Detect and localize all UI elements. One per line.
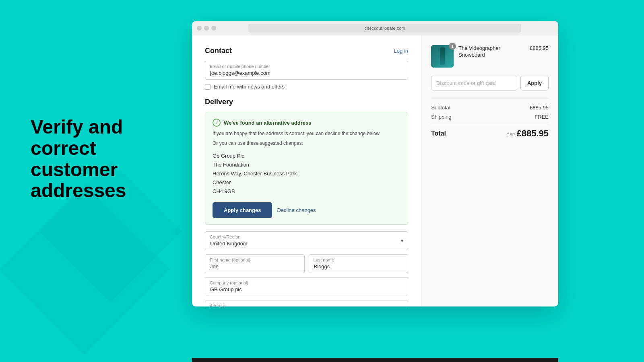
email-input-group: Email or mobile phone number — [205, 61, 408, 80]
last-name-label: Last name — [314, 257, 334, 262]
apply-changes-button[interactable]: Apply changes — [213, 202, 272, 218]
suggestion-header: ✓ We've found an alternative address — [213, 119, 400, 127]
discount-input[interactable] — [431, 76, 517, 90]
country-select-group: Country/Region United Kingdom ▾ — [205, 231, 408, 250]
company-label: Company (optional) — [210, 280, 248, 285]
dot-red — [197, 26, 202, 31]
suggestion-title: We've found an alternative address — [224, 120, 311, 126]
suggestion-buttons: Apply changes Decline changes — [213, 202, 400, 218]
address-field[interactable] — [205, 300, 408, 306]
browser-window: checkout.loqate.com Contact Log in Email… — [192, 21, 558, 306]
shipping-row: Shipping FREE — [431, 114, 549, 120]
address-search-button[interactable] — [398, 306, 404, 306]
shipping-label: Shipping — [431, 114, 452, 120]
decline-changes-button[interactable]: Decline changes — [277, 207, 316, 213]
url-text: checkout.loqate.com — [365, 26, 405, 31]
grand-total-amount: £885.95 — [516, 128, 549, 139]
address-line-2: The Foundation — [213, 160, 400, 169]
contact-title: Contact — [205, 47, 232, 55]
address-suggestion-box: ✓ We've found an alternative address If … — [205, 112, 408, 225]
email-label: Email or mobile phone number — [210, 64, 270, 69]
login-link[interactable]: Log in — [394, 48, 408, 54]
hero-title: Verify and correct customer addresses — [31, 117, 184, 202]
delivery-title: Delivery — [205, 98, 408, 106]
bottom-bar — [192, 358, 558, 362]
discount-row: Apply — [431, 76, 549, 90]
last-name-group: Last name — [309, 254, 409, 273]
address-line-5: CH4 9GB — [213, 187, 400, 196]
address-line-1: Gb Group Plc — [213, 152, 400, 160]
first-name-label: First name (optional) — [210, 257, 250, 262]
first-name-group: First name (optional) — [205, 254, 305, 273]
order-panel: 1 The Videographer Snowboard £885.95 App… — [421, 35, 558, 306]
url-bar: checkout.loqate.com — [248, 24, 521, 33]
grand-total-row: Total GBP £885.95 — [431, 124, 549, 139]
subtotal-label: Subtotal — [431, 105, 450, 111]
product-row: 1 The Videographer Snowboard £885.95 — [431, 45, 549, 68]
currency-label: GBP — [506, 133, 515, 137]
checkout-panel: Contact Log in Email or mobile phone num… — [192, 35, 421, 306]
suggestion-subtitle-1: If you are happy that the address is cor… — [213, 130, 400, 137]
product-quantity-badge: 1 — [449, 43, 456, 50]
address-label: Address — [210, 303, 226, 306]
browser-dots — [197, 26, 216, 31]
product-name: The Videographer Snowboard — [458, 45, 525, 59]
product-image-wrap: 1 — [431, 45, 454, 68]
address-line-4: Chester — [213, 178, 400, 187]
browser-chrome: checkout.loqate.com — [192, 21, 558, 35]
product-price: £885.95 — [530, 45, 549, 51]
shipping-value: FREE — [535, 114, 549, 120]
newsletter-label: Email me with news and offers — [214, 84, 285, 90]
grand-total-value: GBP £885.95 — [506, 128, 549, 139]
hero-text-block: Verify and correct customer addresses — [31, 117, 184, 202]
check-circle-icon: ✓ — [213, 119, 221, 127]
address-input-group: Address — [205, 300, 408, 306]
subtotal-row: Subtotal £885.95 — [431, 105, 549, 111]
address-line-3: Herons Way, Chester Business Park — [213, 169, 400, 178]
grand-total-label: Total — [431, 130, 446, 137]
dot-yellow — [204, 26, 209, 31]
dot-green — [211, 26, 216, 31]
product-image-graphic — [440, 47, 445, 65]
discount-apply-button[interactable]: Apply — [520, 76, 549, 90]
newsletter-checkbox[interactable] — [205, 84, 211, 90]
suggestion-address: Gb Group Plc The Foundation Herons Way, … — [213, 152, 400, 196]
contact-header: Contact Log in — [205, 47, 408, 55]
country-select[interactable]: United Kingdom — [205, 231, 408, 250]
subtotal-value: £885.95 — [530, 105, 549, 111]
suggestion-subtitle-2: Or you can use these suggested changes: — [213, 140, 400, 147]
order-totals: Subtotal £885.95 Shipping FREE Total GBP… — [431, 99, 549, 139]
name-row: First name (optional) Last name — [205, 254, 408, 273]
product-info: The Videographer Snowboard — [458, 45, 525, 59]
newsletter-row: Email me with news and offers — [205, 84, 408, 90]
browser-content: Contact Log in Email or mobile phone num… — [192, 35, 558, 306]
company-input-group: Company (optional) — [205, 277, 408, 296]
